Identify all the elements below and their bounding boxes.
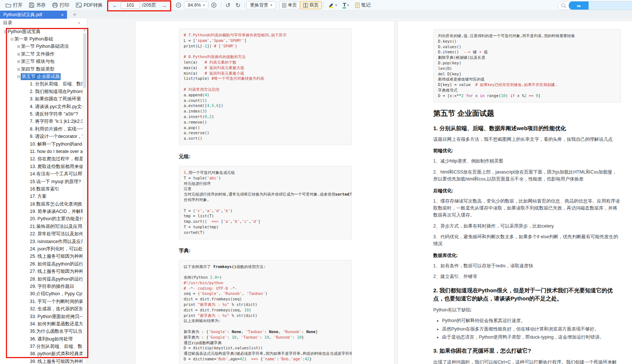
toc-item[interactable]: 22. 异常处理写法以及如何主动 bbox=[0, 231, 82, 238]
code-line: 当对元组进行排序的时候,通常先得将它转换为列表并使得它成为一个可变对象.或者使用… bbox=[184, 192, 347, 197]
scrollbar-thumb[interactable] bbox=[83, 33, 86, 88]
zoom-level-select[interactable]: 84.6% ▾ bbox=[184, 1, 208, 9]
open-button[interactable]: 打开 bbox=[2, 1, 26, 10]
code-line: max(a) # 返回列表元素最大值 bbox=[184, 65, 347, 71]
toc-item[interactable]: 38. python新式类和经典类的区 bbox=[0, 350, 82, 358]
toc-item[interactable]: 19. 简单谈谈ACID，并解释每一 bbox=[0, 208, 82, 215]
tab-python-interview[interactable]: Python面试宝典.pdf × bbox=[0, 11, 67, 19]
code-line: T = ('c','a','d','b') bbox=[184, 208, 347, 214]
bold-label: 数据库优化: bbox=[433, 253, 621, 259]
double-page-button[interactable]: 双页 bbox=[300, 1, 322, 9]
toc-item[interactable]: 13. 爬取这些数据都用来做什么 bbox=[0, 163, 82, 170]
toc-item[interactable]: 32. 生成器，迭代器的区别? bbox=[0, 305, 82, 313]
toc-item[interactable]: 37.分别从前端、后端、数据库 bbox=[0, 343, 82, 350]
toc-item[interactable]: 16.数据库索引 bbox=[0, 185, 82, 193]
toc-item[interactable]: 34. 如何判断是函数还是方法? bbox=[0, 320, 82, 328]
toc-item-label: 32. 生成器，迭代器的区别? bbox=[30, 306, 82, 312]
new-tab-button[interactable]: + bbox=[71, 11, 79, 19]
expand-icon[interactable]: ⊞ bbox=[16, 52, 21, 56]
toc-item[interactable]: 4. 请谈谈.pyc文件和.py文件的 bbox=[0, 103, 82, 110]
toc-item[interactable]: 33. Python里面如何拷贝一个对 bbox=[0, 313, 82, 320]
page-number-input[interactable]: 101 bbox=[121, 1, 140, 9]
toc-item[interactable]: 15.说一下 mysql 的原理? bbox=[0, 178, 82, 185]
toc-item[interactable]: 39. 线上服务可能因为种种原因 bbox=[0, 358, 82, 364]
toc-item[interactable]: 28. 如何提高python的运行效率 bbox=[0, 275, 82, 283]
toc-item[interactable]: 7. 将字符串 "k:1 |k1:2|k2:3|k3 bbox=[0, 118, 82, 125]
text-tool-button[interactable]: T ▾ bbox=[340, 2, 352, 8]
sidebar-scrollbar[interactable]: ▲ bbox=[82, 28, 87, 364]
toc-item[interactable]: 18.数据库怎么优化查询效率? bbox=[0, 200, 82, 208]
scroll-up-icon[interactable]: ▲ bbox=[82, 28, 87, 32]
toc-close-icon[interactable]: × bbox=[77, 20, 80, 26]
toc-header: 目录 × bbox=[0, 18, 87, 27]
toc-item[interactable]: 36. 遇到bug如何处理 bbox=[0, 335, 82, 343]
toc-item[interactable]: ⊞第三节 模块与包 bbox=[0, 58, 82, 65]
print-button[interactable]: 打印 bbox=[49, 1, 73, 10]
toc-title: 目录 bbox=[3, 20, 12, 26]
document-viewport[interactable]: # 7.Python的列表的截取与字符串操作类型相同,如下所示L = ['spa… bbox=[87, 18, 632, 364]
toc-item[interactable]: 3. 如果你困在了死循环里，怎么 bbox=[0, 96, 82, 103]
toc-item[interactable]: 21.装饰器的写法以及应用场景 bbox=[0, 223, 82, 230]
change-background-button[interactable]: 更换背景 ▾ bbox=[246, 1, 276, 9]
zoom-in-button[interactable] bbox=[208, 2, 219, 8]
toc-item[interactable]: ⊟Python面试宝典 bbox=[0, 28, 82, 35]
toc-item[interactable]: ⊞第二节 文件操作 bbox=[0, 50, 82, 58]
toc-item[interactable]: 20. Python的主要功能是什么? bbox=[0, 215, 82, 223]
code-line: 任何序列对象. bbox=[184, 197, 347, 203]
toc-item[interactable]: 2. 我们都知道现在Python很火 bbox=[0, 88, 82, 95]
toc-item-label: 20. Python的主要功能是什么? bbox=[30, 216, 82, 222]
toc-item[interactable]: ⊟第一章 Python基础 bbox=[0, 35, 82, 43]
toc-item[interactable]: 14.有没有一个工具可以帮助查 bbox=[0, 170, 82, 178]
expand-icon[interactable]: ⊞ bbox=[16, 44, 21, 49]
toc-item[interactable]: 24. json序列化时，可以处理的 bbox=[0, 245, 82, 253]
toc-item[interactable]: 30.介绍Cython，Pypy Cpytho bbox=[0, 290, 82, 298]
ai-assistant-button[interactable]: ∞ bbox=[569, 1, 589, 10]
collapse-icon[interactable]: ⊟ bbox=[10, 37, 14, 41]
tab-close-icon[interactable]: × bbox=[61, 12, 64, 18]
left-page-content: # 7.Python的列表的截取与字符串操作类型相同,如下所示L = ['spa… bbox=[179, 28, 352, 364]
note-label: 笔记 bbox=[361, 2, 371, 8]
collapse-icon[interactable]: ⊟ bbox=[3, 30, 8, 34]
collapse-icon[interactable]: ⊟ bbox=[16, 75, 21, 79]
toc-item[interactable]: ⊞第一节 Python基础语法 bbox=[0, 43, 82, 50]
toolbar-separator bbox=[221, 2, 221, 8]
code-line: print(L[-1]) # ['SPAM'] bbox=[184, 43, 347, 49]
toc-item[interactable]: 31. 手写一个判断时间的装饰器 bbox=[0, 298, 82, 305]
toc-item[interactable]: ⊟第五节 企业面试题 bbox=[0, 73, 82, 80]
toc-tree: ⊟Python面试宝典⊟第一章 Python基础⊞第一节 Python基础语法⊞… bbox=[0, 28, 82, 364]
code-line: D = dict(zip(keyslist,valueslist)) bbox=[184, 345, 347, 351]
toc-item[interactable]: 1. 分别从前端、后端、数据库阐 bbox=[0, 81, 82, 88]
note-button[interactable]: 笔记 bbox=[352, 2, 374, 8]
undo-button[interactable]: ↺ bbox=[223, 2, 233, 9]
prev-page-button[interactable]: ← bbox=[109, 2, 121, 8]
single-page-button[interactable]: 单页 bbox=[279, 1, 300, 9]
toc-item[interactable]: 35.为什么函数名字可以当做参 bbox=[0, 328, 82, 335]
toc-item[interactable]: 17. 方案 bbox=[0, 193, 82, 200]
search-box[interactable]: ∞ bbox=[558, 1, 632, 10]
paragraph: 3、代码优化，避免循环和判断次数太多，如果多个if else判断，优先判断最有可… bbox=[433, 233, 621, 248]
expand-icon[interactable]: ⊞ bbox=[16, 67, 21, 71]
toc-item[interactable]: 27. 线上服务可能因为种种原因 bbox=[0, 268, 82, 275]
toc-item[interactable]: 23. isinstance作用以及应用场 bbox=[0, 238, 82, 245]
toc-item[interactable]: 5. 请反转字符串 "aStr"? bbox=[0, 110, 82, 118]
toc-item[interactable]: 11. how do I iterate over a s bbox=[0, 148, 82, 155]
expand-icon[interactable]: ⊞ bbox=[16, 60, 21, 64]
toc-item[interactable]: ⊞第四节 数据类型 bbox=[0, 65, 82, 73]
toc-item[interactable]: 8. 利用切片操作，实现一个trim bbox=[0, 125, 82, 133]
toc-item[interactable]: 10. 解释一下python的and-or bbox=[0, 140, 82, 148]
zoom-out-button[interactable] bbox=[173, 2, 184, 8]
toc-item[interactable]: 9. 请设计一个decorator，它可 bbox=[0, 133, 82, 140]
code-line: D[key] = value # 如果key已经存在则修改,如果不存在就创建. bbox=[438, 82, 616, 88]
toc-item[interactable]: 12. 你在爬虫过程中，都是怎么 bbox=[0, 156, 82, 163]
save-icon bbox=[29, 3, 34, 8]
save-as-button[interactable]: 另存 bbox=[26, 1, 49, 10]
highlighter-button[interactable]: ▾ bbox=[325, 3, 340, 8]
toc-item[interactable]: 26. 如何提高python的运行效率 bbox=[0, 260, 82, 268]
next-page-button[interactable]: → bbox=[158, 2, 170, 8]
toc-item[interactable]: 25. 线上服务可能因为种种原因 bbox=[0, 253, 82, 260]
toolbar-separator bbox=[107, 2, 108, 8]
code-line: tmp = list(T) bbox=[184, 213, 347, 219]
toc-item[interactable]: 29. 字符串的操作题目 bbox=[0, 283, 82, 290]
pdf-convert-button[interactable]: Pw PDF转换 bbox=[73, 1, 106, 10]
redo-button[interactable]: ↻ bbox=[233, 2, 243, 9]
